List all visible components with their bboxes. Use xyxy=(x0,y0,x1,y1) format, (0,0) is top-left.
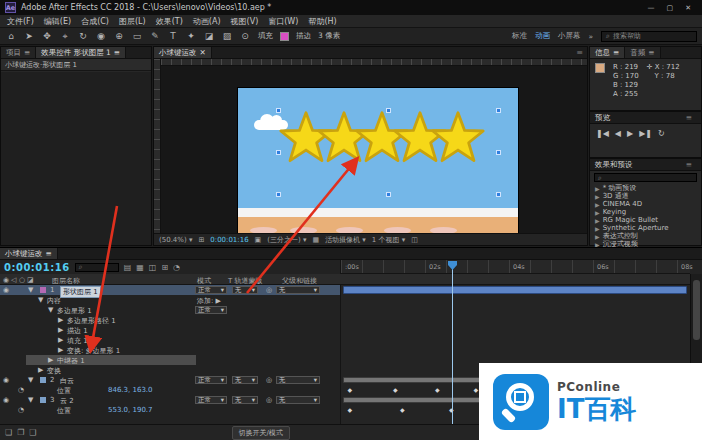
selection-handle[interactable] xyxy=(496,108,501,113)
twirl-icon[interactable]: ▶ xyxy=(58,336,63,344)
twirl-icon[interactable]: ▶ xyxy=(595,185,600,192)
layer-color-label[interactable] xyxy=(40,397,46,403)
twirl-icon[interactable]: ▼ xyxy=(28,376,33,384)
effects-search-box[interactable]: ⌕ xyxy=(594,173,697,182)
menu-item[interactable]: 帮助(H) xyxy=(308,16,336,27)
star-shape[interactable] xyxy=(281,113,331,161)
next-frame-button[interactable]: ▶❚ xyxy=(639,129,652,138)
selection-handle[interactable] xyxy=(386,192,391,197)
menu-item[interactable]: 视图(V) xyxy=(231,16,259,27)
previous-frame-button[interactable]: ◀ xyxy=(615,129,621,138)
keyframe-icon[interactable]: ◆ xyxy=(400,406,405,413)
menu-item[interactable]: 效果(T) xyxy=(156,16,183,27)
play-button[interactable]: ▶ xyxy=(627,129,633,138)
selection-handle[interactable] xyxy=(276,150,281,155)
rotation-tool[interactable]: ↻ xyxy=(77,31,89,42)
close-button[interactable]: ✕ xyxy=(685,4,691,12)
workspace-item[interactable]: 小屏幕 xyxy=(558,31,581,41)
star-shape[interactable] xyxy=(433,113,483,161)
stopwatch-icon[interactable]: ◔ xyxy=(18,406,24,414)
maximize-button[interactable]: ▢ xyxy=(667,4,674,12)
twirl-icon[interactable]: ▶ xyxy=(48,356,53,364)
grid-options-icon[interactable]: ⊞ xyxy=(198,236,204,244)
track-row[interactable] xyxy=(340,295,690,305)
selection-handle[interactable] xyxy=(496,150,501,155)
keyframe-icon[interactable]: ◆ xyxy=(348,406,353,413)
panel-menu-icon[interactable]: ≡ xyxy=(682,160,696,169)
menu-item[interactable]: 合成(C) xyxy=(81,16,109,27)
property-row[interactable]: ▼多边星形 1正常▾ xyxy=(0,305,690,315)
parent-pickwhip-icon[interactable]: ◎ xyxy=(266,286,272,294)
keyframe-icon[interactable]: ◆ xyxy=(348,386,353,393)
motion-blur-icon[interactable]: ◔ xyxy=(173,263,180,272)
solo-column-icon[interactable]: ○ xyxy=(19,276,25,284)
track-row[interactable] xyxy=(340,325,690,335)
track-row[interactable] xyxy=(340,285,690,295)
comp-timecode[interactable]: 0:00:01:16 xyxy=(210,236,248,244)
property-value[interactable]: 553.0, 190.7 xyxy=(108,406,153,414)
twirl-icon[interactable]: ▼ xyxy=(28,396,33,404)
fill-color-swatch[interactable] xyxy=(280,32,289,41)
panel-menu-icon[interactable]: ≡ xyxy=(648,48,654,57)
draft3d-icon[interactable]: ▦ xyxy=(136,263,144,272)
selection-handle[interactable] xyxy=(276,108,281,113)
layer-row[interactable]: ◉▼1形状图层 1正常▾无▾◎无▾ xyxy=(0,285,690,295)
menu-item[interactable]: 动画(A) xyxy=(193,16,221,27)
trackmatte-select[interactable]: 无▾ xyxy=(232,396,258,404)
parent-select[interactable]: 无▾ xyxy=(276,376,320,384)
eye-icon[interactable]: ◉ xyxy=(3,286,9,294)
shape-tool[interactable]: ▭ xyxy=(131,31,143,42)
track-row[interactable] xyxy=(340,345,690,355)
view-layout-select[interactable]: 1 个视图 ▾ xyxy=(372,235,405,245)
timeline-search-box[interactable]: ⌕ xyxy=(75,263,119,272)
panel-menu-icon[interactable]: ≡ xyxy=(24,48,30,57)
camera-tool[interactable]: ◉ xyxy=(95,31,107,42)
group-blend-mode-select[interactable]: 正常▾ xyxy=(195,306,227,314)
property-row[interactable]: ▼内容添加: ▶ xyxy=(0,295,690,305)
workspace-overflow-button[interactable]: » xyxy=(588,32,593,41)
track-row[interactable] xyxy=(340,305,690,315)
expand-inout-icon[interactable]: ❐ xyxy=(17,428,24,437)
eraser-tool[interactable]: ▨ xyxy=(221,31,233,42)
blend-mode-select[interactable]: 正常▾ xyxy=(195,376,227,384)
layer-color-label[interactable] xyxy=(40,377,46,383)
panel-menu-icon[interactable]: ≡ xyxy=(46,249,52,258)
toggle-switches-modes-button[interactable]: 切换开关/模式 xyxy=(232,426,290,440)
menu-item[interactable]: 图层(L) xyxy=(119,16,146,27)
snapshot-icon[interactable]: ▣ xyxy=(255,236,262,244)
minimize-button[interactable]: — xyxy=(648,4,655,12)
comp-mini-flowchart-icon[interactable]: ▤ xyxy=(124,263,132,272)
go-to-start-button[interactable]: ❚◀ xyxy=(596,129,609,138)
tab-timeline-composition[interactable]: 小球键运改≡ xyxy=(0,248,58,259)
hand-tool[interactable]: ✥ xyxy=(41,31,53,42)
parent-pickwhip-icon[interactable]: ◎ xyxy=(266,376,272,384)
stopwatch-icon[interactable]: ◔ xyxy=(18,386,24,394)
puppet-tool[interactable]: ⊙ xyxy=(239,31,251,42)
blend-mode-select[interactable]: 正常▾ xyxy=(195,286,227,294)
effects-category[interactable]: ▶CINEMA 4D xyxy=(590,200,701,208)
property-row[interactable]: ▶填充 1 xyxy=(0,335,690,345)
effects-category[interactable]: ▶3D 通道 xyxy=(590,192,701,200)
frame-blend-icon[interactable]: ⊞ xyxy=(161,263,168,272)
selection-tool[interactable]: ➤ xyxy=(23,31,35,42)
parent-pickwhip-icon[interactable]: ◎ xyxy=(266,396,272,404)
property-row[interactable]: ▶多边星形路径 1 xyxy=(0,315,690,325)
brush-tool[interactable]: ✦ xyxy=(185,31,197,42)
twirl-icon[interactable]: ▶ xyxy=(595,193,600,200)
tab-composition[interactable]: 小球键运改✕ xyxy=(154,47,212,58)
help-search-box[interactable]: ⌕ 搜索帮助 xyxy=(601,31,697,42)
menu-item[interactable]: 文件(F) xyxy=(7,16,34,27)
clone-stamp-tool[interactable]: ◪ xyxy=(203,31,215,42)
expand-graph-icon[interactable]: ❑ xyxy=(29,428,36,437)
camera-select[interactable]: 活动摄像机 ▾ xyxy=(325,235,366,245)
selection-handle[interactable] xyxy=(276,192,281,197)
resolution-select[interactable]: (三分之一) ▾ xyxy=(267,235,306,245)
panel-menu-icon[interactable]: ≡ xyxy=(613,48,619,57)
time-ruler[interactable]: :00s02s04s06s08s xyxy=(340,260,690,274)
stroke-width-value[interactable]: 3 像素 xyxy=(318,31,340,41)
star-shape[interactable] xyxy=(319,113,369,161)
magnification-select[interactable]: (50.4%) ▾ xyxy=(159,236,192,244)
panel-menu-icon[interactable]: ≡ xyxy=(682,113,696,122)
keyframe-icon[interactable]: ◆ xyxy=(474,386,479,393)
effects-category[interactable]: ▶Keying xyxy=(590,208,701,216)
